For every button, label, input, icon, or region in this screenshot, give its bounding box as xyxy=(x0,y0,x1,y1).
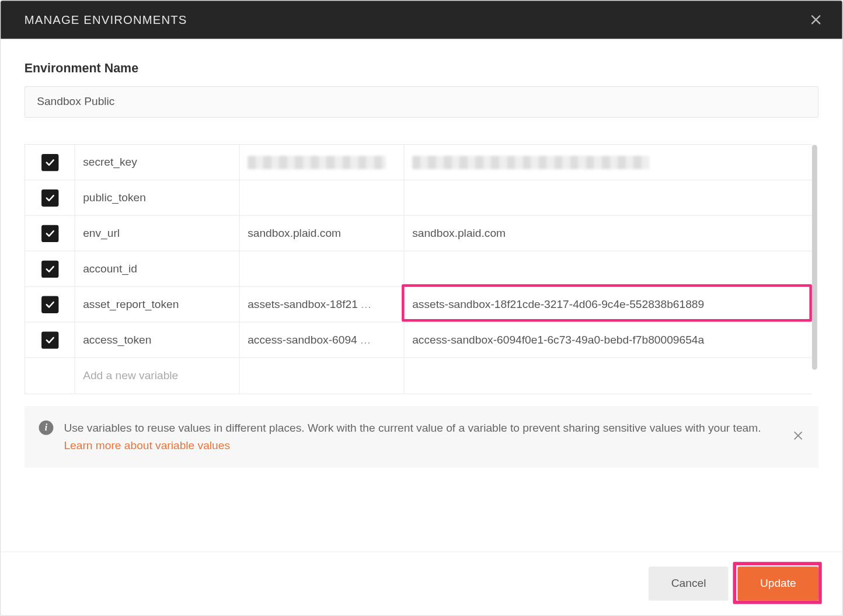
ellipsis-icon: … xyxy=(360,298,371,311)
variable-enabled-checkbox[interactable] xyxy=(41,153,58,170)
redacted-value xyxy=(248,156,386,169)
env-name-label: Environment Name xyxy=(25,61,818,76)
table-row: env_url sandbox.plaid.com sandbox.plaid.… xyxy=(25,216,812,251)
close-icon[interactable] xyxy=(808,12,824,27)
variable-enabled-checkbox[interactable] xyxy=(41,189,58,206)
variable-name-cell[interactable]: account_id xyxy=(75,251,240,286)
table-row: asset_report_token assets-sandbox-18f21…… xyxy=(25,287,812,323)
info-close-icon[interactable] xyxy=(792,429,804,446)
variable-current-cell[interactable] xyxy=(405,180,812,215)
table-row: public_token xyxy=(25,180,812,216)
learn-more-link[interactable]: Learn more about variable values xyxy=(64,440,230,452)
info-icon: i xyxy=(39,421,54,435)
table-row: account_id xyxy=(25,251,812,287)
variable-enabled-checkbox[interactable] xyxy=(41,225,58,242)
new-variable-initial[interactable] xyxy=(240,358,405,394)
cancel-button[interactable]: Cancel xyxy=(649,566,728,601)
variable-initial-cell[interactable]: sandbox.plaid.com xyxy=(240,216,405,251)
scrollbar-thumb[interactable] xyxy=(812,145,817,370)
variable-name-cell[interactable]: secret_key xyxy=(75,145,240,180)
variable-name-cell[interactable]: env_url xyxy=(75,216,240,251)
variable-name-cell[interactable]: asset_report_token xyxy=(75,287,240,322)
table-row: secret_key xyxy=(25,145,812,180)
scrollbar[interactable] xyxy=(812,144,818,394)
new-variable-current[interactable] xyxy=(405,358,812,394)
dialog-footer: Cancel Update xyxy=(1,551,842,615)
titlebar: MANAGE ENVIRONMENTS xyxy=(1,1,842,38)
new-variable-input[interactable]: Add a new variable xyxy=(75,358,240,394)
update-button[interactable]: Update xyxy=(738,566,819,601)
variable-enabled-checkbox[interactable] xyxy=(41,331,58,348)
variable-initial-cell[interactable] xyxy=(240,251,405,286)
variable-initial-cell[interactable]: access-sandbox-6094… xyxy=(240,323,405,358)
variable-current-cell[interactable]: assets-sandbox-18f21cde-3217-4d06-9c4e-5… xyxy=(405,287,812,322)
variable-initial-cell[interactable]: assets-sandbox-18f21… xyxy=(240,287,405,322)
dialog-title: MANAGE ENVIRONMENTS xyxy=(25,13,187,27)
env-name-input[interactable] xyxy=(25,86,818,118)
variable-name-cell[interactable]: access_token xyxy=(75,323,240,358)
variable-initial-cell[interactable] xyxy=(240,180,405,215)
new-variable-row: Add a new variable xyxy=(25,358,812,394)
variable-enabled-checkbox[interactable] xyxy=(41,260,58,277)
variable-current-cell[interactable] xyxy=(405,251,812,286)
variable-current-cell[interactable]: access-sandbox-6094f0e1-6c73-49a0-bebd-f… xyxy=(405,323,812,358)
variable-enabled-checkbox[interactable] xyxy=(41,296,58,313)
ellipsis-icon: … xyxy=(360,333,371,346)
variable-current-cell[interactable] xyxy=(405,145,812,180)
info-text: Use variables to reuse values in differe… xyxy=(64,419,804,455)
table-row: access_token access-sandbox-6094… access… xyxy=(25,323,812,358)
variable-current-cell[interactable]: sandbox.plaid.com xyxy=(405,216,812,251)
variable-initial-cell[interactable] xyxy=(240,145,405,180)
info-banner: i Use variables to reuse values in diffe… xyxy=(25,406,818,468)
variables-table: secret_key public_token env_url sandbox.… xyxy=(25,144,812,394)
redacted-value xyxy=(412,156,649,169)
variable-name-cell[interactable]: public_token xyxy=(75,180,240,215)
